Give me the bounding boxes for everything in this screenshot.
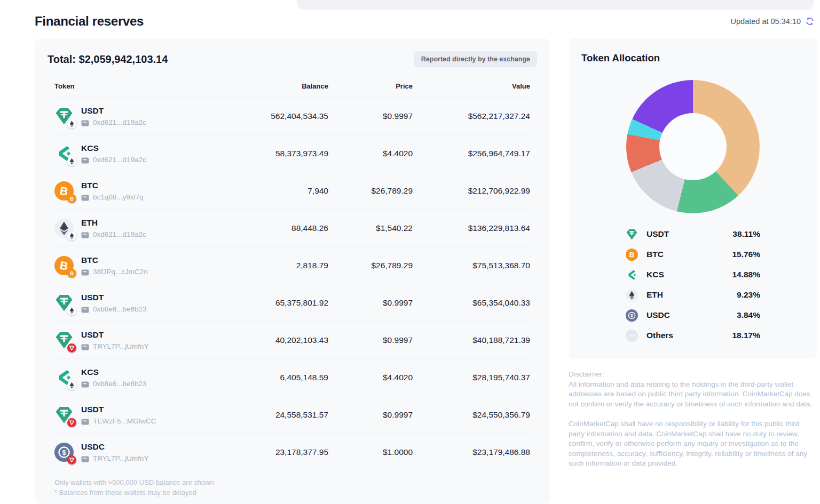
disclaimer: Disclaimer: All information and data rel… <box>569 370 816 469</box>
wallet-icon <box>81 306 89 313</box>
balance-value: 65,375,801.92 <box>235 298 328 308</box>
reserves-table-body: USDT0xd621...d19a2c562,404,534.35$0.9997… <box>54 97 530 470</box>
usdc-icon: $ <box>54 443 74 462</box>
eth-chain-badge-icon <box>67 306 76 315</box>
legend-item: KCS14.88% <box>626 265 760 285</box>
svg-text:$: $ <box>62 449 66 456</box>
wallet-address[interactable]: TRYL7P...jUmfnY <box>93 342 149 350</box>
col-price: Price <box>328 82 413 90</box>
usdt-icon <box>54 107 74 126</box>
legend-token-name: KCS <box>646 270 732 279</box>
value-amount: $24,550,356.79 <box>413 410 530 420</box>
legend-token-name: USDC <box>646 310 737 320</box>
updated-status: Updated at 05:34:10 <box>731 17 815 26</box>
value-amount: $28,195,740.37 <box>413 373 530 382</box>
table-footnotes: Only wallets with >500,000 USD balance a… <box>48 477 537 498</box>
legend-token-name: BTC <box>646 250 732 259</box>
wallet-address[interactable]: 0xd621...d19a2c <box>93 118 146 126</box>
eth-chain-badge-icon <box>67 381 76 390</box>
disclaimer-paragraph-1: All information and data relating to the… <box>569 380 816 410</box>
legend-item: BBTC15.76% <box>626 244 760 265</box>
tron-chain-badge-icon <box>67 455 76 465</box>
value-amount: $40,188,721.39 <box>413 335 530 345</box>
wallet-icon <box>81 268 89 275</box>
legend-token-name: USDT <box>646 229 732 239</box>
tron-chain-badge-icon <box>67 343 76 353</box>
table-row: USDT0xd621...d19a2c562,404,534.35$0.9997… <box>54 97 530 134</box>
token-symbol: KCS <box>81 367 147 377</box>
token-cell: USDT0xb8e6...be6b23 <box>54 293 235 313</box>
price-value: $0.9997 <box>328 111 413 121</box>
wallet-address[interactable]: 38fJPq...cJmC2n <box>93 268 148 276</box>
token-cell: KCS0xd621...d19a2c <box>54 143 235 164</box>
page-header: Financial reserves Updated at 05:34:10 <box>35 14 815 29</box>
value-amount: $65,354,040.33 <box>413 298 530 308</box>
legend-token-percent: 18.17% <box>732 331 760 340</box>
table-row: ETH0xd621...d19a2c88,448.26$1,540.22$136… <box>54 209 530 246</box>
table-row: KCS0xd621...d19a2c58,373,973.49$4.4020$2… <box>54 134 530 172</box>
value-amount: $136,229,813.64 <box>413 223 530 233</box>
col-balance: Balance <box>235 82 328 90</box>
btc-icon: B <box>626 249 638 261</box>
price-value: $4.4020 <box>328 149 413 158</box>
wallet-address[interactable]: 0xb8e6...be6b23 <box>93 305 147 313</box>
tron-chain-badge-icon <box>67 418 76 427</box>
usdt-icon <box>54 293 74 313</box>
wallet-icon <box>81 194 89 201</box>
legend-token-percent: 3.84% <box>737 310 760 320</box>
price-value: $0.9997 <box>328 335 413 345</box>
table-header: Token Balance Price Value <box>54 76 530 97</box>
others-icon <box>626 330 638 342</box>
legend-item: $USDC3.84% <box>626 305 760 325</box>
wallet-icon <box>81 455 89 462</box>
reported-badge: Reported directly by the exchange <box>414 51 537 67</box>
token-symbol: BTC <box>81 255 148 265</box>
btc-icon: BB <box>54 256 74 275</box>
usdt-icon <box>54 405 74 425</box>
btc-icon: BB <box>54 181 74 201</box>
kcs-icon <box>626 269 638 281</box>
legend-token-percent: 9.23% <box>737 290 760 300</box>
token-cell: KCS0xb8e6...be6b23 <box>54 367 235 388</box>
kcs-icon <box>54 368 74 387</box>
wallet-address[interactable]: bc1q08...y9xl7q <box>93 193 144 201</box>
reserves-table: Token Balance Price Value USDT0xd621...d… <box>48 76 537 470</box>
price-value: $26,789.29 <box>328 261 413 270</box>
token-symbol: USDT <box>81 106 146 116</box>
price-value: $4.4020 <box>328 373 413 382</box>
token-symbol: KCS <box>81 143 146 153</box>
balance-value: 58,373,973.49 <box>235 149 328 158</box>
token-cell: USDTTRYL7P...jUmfnY <box>54 330 235 350</box>
wallet-icon <box>81 418 89 425</box>
balance-value: 2,818.79 <box>235 261 328 270</box>
balance-value: 562,404,534.35 <box>235 111 328 121</box>
wallet-icon <box>81 119 89 126</box>
wallet-icon <box>81 380 89 387</box>
token-cell: USDTTEWzF5...MGfwCC <box>54 405 235 425</box>
wallet-address[interactable]: 0xd621...d19a2c <box>93 156 146 164</box>
token-cell: BBBTCbc1q08...y9xl7q <box>54 181 235 201</box>
allocation-legend: USDT38.11%BBTC15.76%KCS14.88%ETH9.23%$US… <box>626 224 760 346</box>
reserves-card: Total: $2,059,942,103.14 Reported direct… <box>35 38 550 504</box>
wallet-address[interactable]: 0xd621...d19a2c <box>93 230 146 238</box>
price-value: $26,789.29 <box>328 186 413 196</box>
usdt-icon <box>626 228 638 241</box>
token-symbol: USDT <box>81 293 147 302</box>
usdc-icon: $ <box>626 309 638 322</box>
value-amount: $75,513,368.70 <box>413 261 530 270</box>
top-search-bar[interactable] <box>297 0 814 10</box>
wallet-address[interactable]: TEWzF5...MGfwCC <box>93 417 156 425</box>
token-symbol: BTC <box>81 181 144 190</box>
allocation-donut-chart[interactable] <box>626 80 760 213</box>
price-value: $0.9997 <box>328 298 413 308</box>
legend-token-percent: 15.76% <box>732 250 760 259</box>
refresh-icon[interactable] <box>805 17 815 26</box>
price-value: $1.0000 <box>328 447 413 457</box>
wallet-address[interactable]: 0xb8e6...be6b23 <box>93 380 147 388</box>
wallet-address[interactable]: TRYL7P...jUmfnY <box>93 454 149 462</box>
balance-value: 40,202,103.43 <box>235 335 328 345</box>
legend-token-percent: 38.11% <box>732 229 760 239</box>
disclaimer-label: Disclaimer: <box>569 370 816 380</box>
table-row: USDT0xb8e6...be6b2365,375,801.92$0.9997$… <box>54 284 530 321</box>
btc-chain-badge-icon: B <box>67 194 76 203</box>
